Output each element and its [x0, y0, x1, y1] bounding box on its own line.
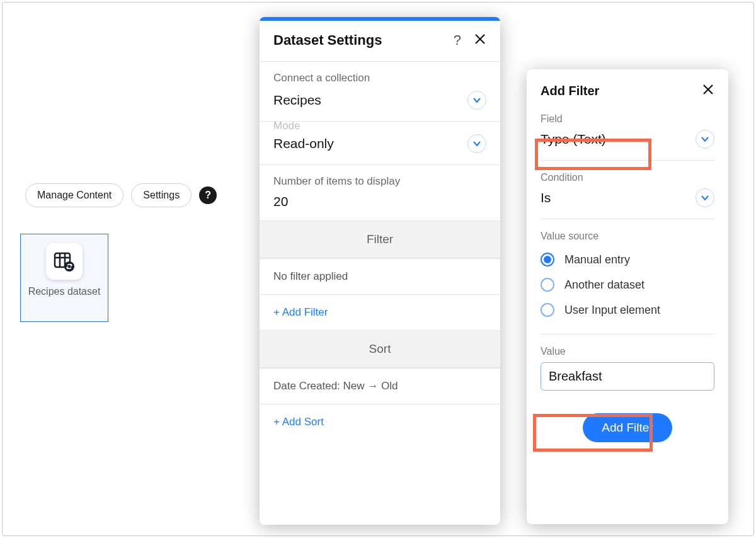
field-label: Field — [541, 113, 714, 125]
radio-label: Manual entry — [564, 253, 630, 266]
app-frame: Manage Content Settings ? Recipes datase… — [2, 2, 754, 536]
num-items-label: Number of items to display — [273, 175, 486, 188]
dataset-settings-panel: Dataset Settings ? Connect a collection … — [260, 17, 500, 525]
value-label: Value — [541, 346, 714, 357]
mode-row[interactable]: Read-only — [273, 134, 486, 153]
condition-value: Is — [541, 190, 551, 205]
settings-header: Dataset Settings ? — [260, 21, 500, 61]
radio-another-dataset[interactable]: Another dataset — [541, 272, 714, 297]
settings-header-actions: ? — [454, 32, 486, 49]
settings-title: Dataset Settings — [273, 32, 382, 49]
add-sort-link[interactable]: + Add Sort — [260, 404, 500, 440]
svg-point-4 — [64, 261, 74, 272]
no-filter-row: No filter applied — [260, 258, 500, 294]
chevron-down-icon[interactable] — [467, 134, 486, 153]
value-section: Value — [527, 335, 728, 391]
value-source-section: Value source Manual entry Another datase… — [527, 219, 728, 325]
chevron-down-icon[interactable] — [696, 188, 714, 207]
mode-value: Read-only — [273, 136, 334, 151]
condition-select[interactable]: Is — [541, 188, 714, 219]
close-icon[interactable] — [702, 83, 714, 98]
manage-content-button[interactable]: Manage Content — [25, 183, 123, 207]
condition-section: Condition Is — [527, 161, 728, 219]
close-icon[interactable] — [474, 33, 486, 48]
value-source-label: Value source — [541, 231, 714, 242]
radio-manual-entry[interactable]: Manual entry — [541, 247, 714, 272]
connect-collection-value: Recipes — [273, 93, 321, 108]
dataset-element[interactable]: Recipes dataset — [20, 234, 108, 322]
value-input[interactable] — [541, 362, 714, 391]
field-select[interactable]: Type (Text) — [541, 130, 714, 161]
sort-group-header: Sort — [260, 330, 500, 368]
radio-label: User Input element — [564, 304, 660, 317]
help-icon[interactable]: ? — [199, 186, 217, 204]
add-filter-button[interactable]: Add Filter — [583, 413, 672, 442]
connect-collection-section: Connect a collection Recipes — [260, 61, 500, 121]
mode-section: Mode Read-only — [260, 121, 500, 164]
num-items-section: Number of items to display 20 — [260, 164, 500, 220]
radio-user-input-element[interactable]: User Input element — [541, 297, 714, 323]
filter-title: Add Filter — [541, 84, 599, 98]
radio-icon — [541, 253, 554, 266]
mode-label-cropped: Mode — [273, 122, 486, 130]
field-section: Field Type (Text) — [527, 107, 728, 161]
settings-button[interactable]: Settings — [131, 183, 192, 207]
field-value: Type (Text) — [541, 132, 606, 147]
radio-label: Another dataset — [564, 278, 644, 292]
sort-row[interactable]: Date Created: New → Old — [260, 368, 500, 404]
num-items-value[interactable]: 20 — [273, 194, 486, 209]
context-toolbar: Manage Content Settings ? — [25, 183, 217, 207]
radio-icon — [541, 278, 554, 292]
dataset-label: Recipes dataset — [28, 286, 101, 297]
chevron-down-icon[interactable] — [696, 130, 714, 149]
connect-collection-label: Connect a collection — [273, 72, 486, 84]
condition-label: Condition — [541, 172, 714, 183]
connect-collection-row[interactable]: Recipes — [273, 91, 486, 110]
chevron-down-icon[interactable] — [467, 91, 486, 110]
radio-icon — [541, 303, 554, 317]
add-filter-link[interactable]: + Add Filter — [260, 294, 500, 330]
dataset-icon — [46, 243, 83, 280]
filter-header: Add Filter — [527, 69, 728, 107]
add-filter-panel: Add Filter Field Type (Text) Condition I… — [527, 69, 728, 524]
help-icon[interactable]: ? — [454, 32, 461, 49]
filter-group-header: Filter — [260, 220, 500, 258]
